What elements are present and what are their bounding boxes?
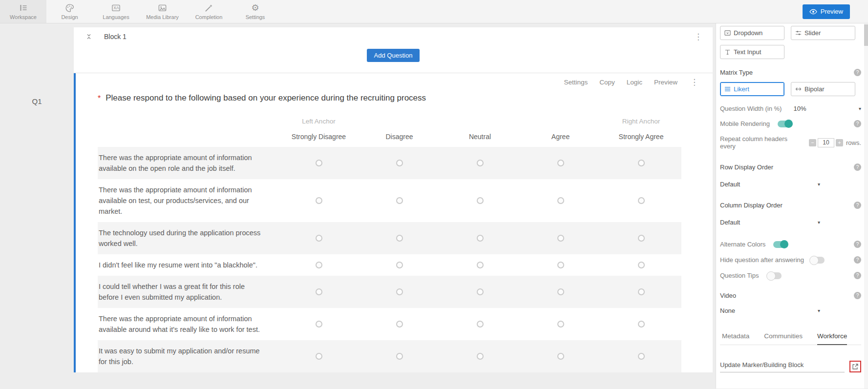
radio-button[interactable] — [638, 288, 645, 295]
matrix-cell — [359, 321, 440, 328]
radio-button[interactable] — [557, 353, 564, 360]
radio-button[interactable] — [316, 235, 322, 242]
radio-button[interactable] — [477, 197, 484, 204]
matrix-cell — [440, 262, 520, 268]
radio-button[interactable] — [557, 262, 564, 268]
question-copy-link[interactable]: Copy — [599, 79, 615, 86]
row-display-order-help-icon[interactable]: ? — [854, 164, 861, 171]
tab-communities[interactable]: Communities — [764, 329, 803, 345]
radio-button[interactable] — [638, 160, 645, 166]
text-input-type-button[interactable]: Text Input — [720, 45, 784, 59]
radio-button[interactable] — [316, 197, 322, 204]
add-question-button[interactable]: Add Question — [367, 49, 420, 62]
column-display-order-select[interactable]: Default ▾ — [720, 219, 820, 226]
survey-canvas: Block 1 ⋮ Add Question Settings Copy Log… — [74, 23, 716, 389]
stepper-plus-button[interactable]: + — [836, 139, 843, 146]
radio-button[interactable] — [477, 262, 484, 268]
video-help-icon[interactable]: ? — [854, 292, 861, 299]
question-title-row: * Please respond to the following based … — [98, 93, 699, 103]
radio-button[interactable] — [638, 353, 645, 360]
mobile-rendering-toggle[interactable] — [778, 121, 792, 127]
radio-button[interactable] — [396, 197, 403, 204]
sidebar-scrollbar[interactable] — [864, 23, 868, 389]
mobile-rendering-help-icon[interactable]: ? — [854, 120, 861, 127]
question-width-value[interactable]: 10% — [793, 105, 806, 112]
top-toolbar: Workspace Design XA Languages Media Libr… — [0, 0, 868, 23]
collapse-block-icon[interactable] — [85, 33, 92, 40]
slider-type-button[interactable]: Slider — [791, 26, 855, 40]
radio-button[interactable] — [396, 160, 403, 166]
radio-button[interactable] — [638, 262, 645, 268]
tab-workforce[interactable]: Workforce — [817, 329, 847, 345]
radio-button[interactable] — [316, 160, 322, 166]
radio-button[interactable] — [477, 321, 484, 328]
video-select[interactable]: None ▾ — [720, 307, 820, 314]
hide-question-help-icon[interactable]: ? — [854, 256, 861, 264]
settings-sidebar: Dropdown Slider Text Input Matrix Type ?… — [716, 23, 868, 389]
radio-button[interactable] — [396, 288, 403, 295]
update-marker-link[interactable]: Update Marker/Building Block — [720, 361, 845, 372]
radio-button[interactable] — [477, 288, 484, 295]
nav-item-completion[interactable]: Completion — [186, 0, 232, 23]
bipolar-button[interactable]: Bipolar — [791, 82, 855, 96]
dropdown-type-button[interactable]: Dropdown — [720, 26, 784, 40]
radio-button[interactable] — [557, 321, 564, 328]
nav-item-languages[interactable]: XA Languages — [93, 0, 139, 23]
block-header: Block 1 ⋮ — [74, 27, 713, 46]
row-display-order-select[interactable]: Default ▾ — [720, 181, 820, 188]
radio-button[interactable] — [396, 321, 403, 328]
question-card: Settings Copy Logic Preview ⋮ * Please r… — [74, 73, 713, 372]
hide-question-toggle[interactable] — [810, 257, 825, 264]
matrix-type-help-icon[interactable]: ? — [854, 69, 861, 76]
radio-button[interactable] — [316, 353, 322, 360]
radio-button[interactable] — [557, 288, 564, 295]
radio-button[interactable] — [396, 262, 403, 268]
stepper-value-input[interactable] — [818, 138, 834, 147]
radio-button[interactable] — [638, 197, 645, 204]
question-title[interactable]: Please respond to the following based on… — [106, 93, 426, 103]
radio-button[interactable] — [316, 321, 322, 328]
matrix-row: There was the appropriate amount of info… — [98, 308, 681, 340]
nav-item-design[interactable]: Design — [46, 0, 93, 23]
nav-item-settings[interactable]: ⚙ Settings — [232, 0, 278, 23]
radio-button[interactable] — [316, 262, 322, 268]
column-display-order-value: Default — [720, 219, 740, 226]
tab-metadata[interactable]: Metadata — [722, 329, 749, 345]
question-menu-kebab-icon[interactable]: ⋮ — [690, 78, 699, 86]
likert-button[interactable]: Likert — [720, 82, 784, 96]
stepper-minus-button[interactable]: − — [809, 139, 816, 146]
radio-button[interactable] — [638, 235, 645, 242]
preview-button[interactable]: Preview — [803, 4, 850, 19]
question-preview-link[interactable]: Preview — [654, 79, 677, 86]
scrollbar-thumb[interactable] — [864, 24, 868, 46]
question-width-caret-icon[interactable]: ▾ — [859, 106, 861, 111]
question-settings-link[interactable]: Settings — [564, 79, 588, 86]
question-width-row: Question Width (in %) 10% ▾ — [720, 105, 861, 112]
likert-label: Likert — [734, 85, 749, 93]
question-logic-link[interactable]: Logic — [627, 79, 642, 86]
radio-button[interactable] — [557, 197, 564, 204]
block-menu-kebab-icon[interactable]: ⋮ — [694, 33, 703, 41]
radio-button[interactable] — [477, 160, 484, 166]
nav-item-media-library[interactable]: Media Library — [139, 0, 186, 23]
radio-button[interactable] — [477, 353, 484, 360]
question-type-buttons: Dropdown Slider Text Input — [720, 26, 855, 59]
nav-item-workspace[interactable]: Workspace — [0, 0, 46, 23]
alternate-colors-toggle[interactable] — [773, 241, 788, 248]
matrix-cell — [601, 321, 681, 328]
alternate-colors-help-icon[interactable]: ? — [854, 241, 861, 248]
radio-button[interactable] — [557, 235, 564, 242]
radio-button[interactable] — [396, 353, 403, 360]
radio-button[interactable] — [638, 321, 645, 328]
matrix-cell — [278, 321, 359, 328]
radio-button[interactable] — [557, 160, 564, 166]
column-display-order-help-icon[interactable]: ? — [854, 202, 861, 209]
radio-button[interactable] — [396, 235, 403, 242]
radio-button[interactable] — [477, 235, 484, 242]
matrix-statement: There was the appropriate amount of info… — [98, 308, 278, 340]
matrix-cell — [440, 288, 520, 295]
question-tips-help-icon[interactable]: ? — [854, 272, 861, 279]
open-in-new-icon[interactable] — [852, 363, 859, 370]
radio-button[interactable] — [316, 288, 322, 295]
question-tips-toggle[interactable] — [767, 272, 782, 279]
